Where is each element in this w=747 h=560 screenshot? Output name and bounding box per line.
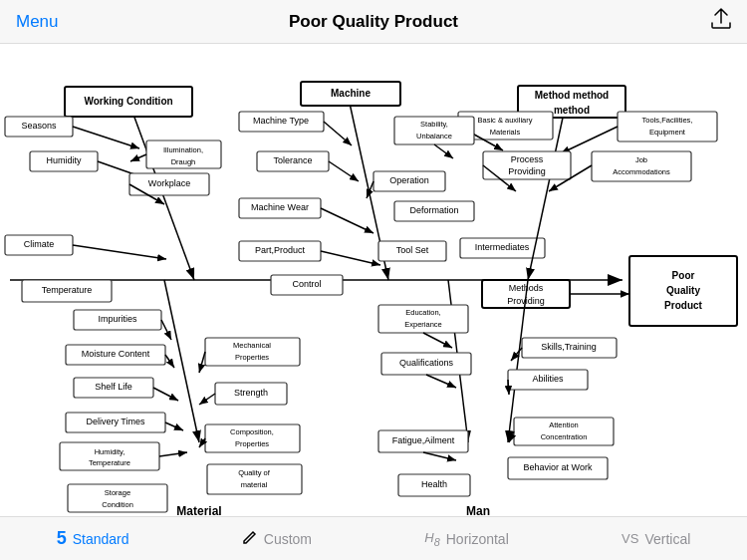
- svg-line-123: [423, 333, 452, 348]
- svg-text:Behavior at Work: Behavior at Work: [524, 462, 593, 472]
- vertical-icon: VS: [622, 531, 638, 546]
- svg-text:Quality of: Quality of: [238, 468, 271, 477]
- svg-text:Temperature: Temperature: [42, 285, 93, 295]
- svg-text:Unbalance: Unbalance: [416, 132, 452, 140]
- fishbone-diagram: Poor Quality Product Working Condition S…: [0, 44, 747, 516]
- svg-text:Delivery Times: Delivery Times: [86, 417, 145, 426]
- svg-text:Deformation: Deformation: [409, 205, 458, 215]
- svg-text:Illumination,: Illumination,: [163, 145, 203, 154]
- svg-text:Attention: Attention: [549, 420, 579, 429]
- diagram-area: Poor Quality Product Working Condition S…: [0, 44, 747, 516]
- svg-text:Skills,Training: Skills,Training: [541, 342, 597, 352]
- svg-text:Condition: Condition: [102, 500, 133, 509]
- svg-text:Abilities: Abilities: [532, 374, 564, 384]
- svg-line-48: [321, 251, 380, 265]
- custom-icon: [242, 529, 258, 549]
- svg-line-20: [130, 154, 146, 161]
- svg-text:Mechanical: Mechanical: [233, 341, 271, 350]
- svg-line-126: [426, 375, 456, 388]
- svg-text:Operation: Operation: [389, 175, 429, 185]
- svg-text:Draugh: Draugh: [171, 157, 196, 166]
- header: Menu Poor Quality Product: [0, 0, 747, 44]
- svg-line-34: [324, 122, 352, 145]
- svg-line-138: [508, 380, 509, 395]
- svg-text:Properties: Properties: [235, 353, 269, 362]
- menu-button[interactable]: Menu: [16, 12, 59, 32]
- svg-text:material: material: [241, 480, 268, 489]
- svg-text:Job: Job: [635, 155, 647, 164]
- svg-text:Strength: Strength: [234, 388, 268, 398]
- svg-text:Poor: Poor: [672, 270, 695, 281]
- standard-label: Standard: [73, 531, 129, 547]
- svg-text:Accommodations: Accommodations: [613, 167, 670, 176]
- svg-text:Tool Set: Tool Set: [396, 245, 429, 255]
- svg-text:method: method: [554, 105, 590, 116]
- svg-text:Shelf Life: Shelf Life: [95, 382, 132, 392]
- horizontal-label: Horizontal: [446, 531, 509, 547]
- svg-text:Equipment: Equipment: [649, 128, 686, 137]
- share-button[interactable]: [711, 8, 731, 35]
- svg-text:Tools,Facilities,: Tools,Facilities,: [642, 116, 693, 125]
- svg-text:Experiance: Experiance: [404, 320, 442, 329]
- svg-text:Fatigue,Ailment: Fatigue,Ailment: [392, 435, 455, 445]
- svg-line-135: [511, 348, 522, 361]
- svg-text:Concentration: Concentration: [541, 432, 588, 441]
- tab-vertical[interactable]: VS Vertical: [622, 531, 690, 547]
- svg-line-37: [329, 161, 359, 181]
- svg-line-129: [423, 452, 456, 460]
- svg-line-100: [159, 452, 187, 456]
- svg-line-78: [434, 144, 453, 158]
- svg-text:Health: Health: [421, 479, 447, 489]
- svg-text:Composition,: Composition,: [230, 427, 274, 436]
- page-title: Poor Quality Product: [289, 12, 458, 32]
- svg-text:Humidity,: Humidity,: [95, 447, 125, 456]
- svg-line-26: [73, 245, 166, 259]
- svg-text:Climate: Climate: [24, 239, 55, 249]
- svg-text:Machine Wear: Machine Wear: [251, 202, 309, 212]
- svg-text:Machine: Machine: [331, 88, 371, 99]
- svg-text:Process: Process: [511, 154, 544, 164]
- svg-line-87: [161, 320, 171, 340]
- svg-text:Part,Product: Part,Product: [255, 245, 306, 255]
- svg-line-13: [73, 127, 139, 148]
- svg-text:Humidity: Humidity: [46, 155, 82, 165]
- tab-horizontal[interactable]: H8 Horizontal: [424, 530, 508, 548]
- svg-text:Moisture Content: Moisture Content: [82, 349, 150, 359]
- svg-text:Basic & auxiliary: Basic & auxiliary: [477, 116, 532, 125]
- svg-text:Storage: Storage: [105, 488, 130, 497]
- svg-text:Control: Control: [292, 279, 321, 289]
- tab-standard[interactable]: 5 Standard: [57, 528, 129, 549]
- horizontal-icon: H8: [424, 530, 439, 548]
- svg-text:Intermediates: Intermediates: [475, 242, 530, 252]
- svg-line-43: [321, 208, 374, 233]
- svg-text:Tolerance: Tolerance: [273, 155, 312, 165]
- svg-line-110: [199, 394, 215, 405]
- custom-label: Custom: [264, 531, 312, 547]
- footer-toolbar: 5 Standard Custom H8 Horizontal VS Verti…: [0, 516, 747, 560]
- standard-icon: 5: [57, 528, 67, 549]
- svg-text:Quality: Quality: [666, 285, 700, 296]
- vertical-label: Vertical: [644, 531, 690, 547]
- svg-text:Material: Material: [176, 504, 221, 516]
- svg-text:Stability,: Stability,: [420, 120, 448, 129]
- svg-text:Machine Type: Machine Type: [253, 116, 309, 126]
- svg-text:Man: Man: [466, 504, 490, 516]
- svg-line-90: [165, 355, 174, 368]
- tab-custom[interactable]: Custom: [242, 529, 312, 549]
- svg-text:Temperature: Temperature: [89, 458, 130, 467]
- svg-text:Education,: Education,: [405, 308, 440, 317]
- svg-text:Qualifications: Qualifications: [399, 358, 454, 368]
- svg-text:Materials: Materials: [490, 128, 521, 137]
- svg-line-96: [165, 422, 183, 430]
- svg-text:Method method: Method method: [535, 90, 609, 101]
- svg-text:Impurities: Impurities: [98, 314, 137, 324]
- svg-line-107: [199, 352, 205, 373]
- svg-text:Product: Product: [664, 300, 702, 311]
- svg-text:Providing: Providing: [508, 166, 546, 176]
- svg-text:Working Condition: Working Condition: [84, 96, 172, 107]
- svg-text:Workplace: Workplace: [148, 178, 190, 188]
- svg-line-66: [561, 127, 618, 153]
- svg-text:Seasons: Seasons: [21, 121, 57, 131]
- svg-line-114: [199, 438, 205, 447]
- svg-line-93: [153, 388, 178, 401]
